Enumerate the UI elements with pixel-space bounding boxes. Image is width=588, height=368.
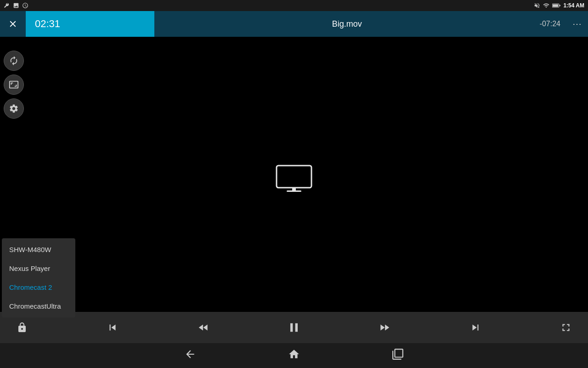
- wifi-icon: [543, 2, 549, 9]
- lock-button[interactable]: [11, 316, 33, 339]
- header: 02:31 Big.mov -07:24 ⋯: [0, 11, 588, 37]
- recents-button[interactable]: [392, 348, 404, 363]
- rotate-button[interactable]: [4, 51, 24, 71]
- controls-bar: [0, 312, 588, 343]
- image-icon: [13, 2, 19, 9]
- svg-rect-4: [292, 188, 296, 190]
- muted-icon: [534, 2, 540, 9]
- back-button[interactable]: [184, 348, 196, 363]
- monitor-icon: [276, 165, 312, 194]
- nav-bar: [0, 343, 588, 368]
- fast-forward-button[interactable]: [373, 316, 396, 339]
- left-controls: [4, 51, 24, 119]
- rewind-button[interactable]: [192, 316, 215, 339]
- close-button[interactable]: [0, 11, 26, 37]
- current-time-display: 02:31: [26, 11, 154, 37]
- video-area: [0, 37, 588, 322]
- device-list-popup: SHW-M480W Nexus Player Chromecast 2 Chro…: [2, 238, 75, 317]
- svg-rect-3: [277, 166, 311, 188]
- status-time: 1:54 AM: [563, 2, 584, 9]
- current-time: 02:31: [35, 18, 60, 30]
- status-right-icons: 1:54 AM: [534, 2, 584, 9]
- skip-to-end-button[interactable]: [464, 316, 486, 339]
- remaining-time: -07:24: [540, 20, 566, 28]
- device-item-chromecast2[interactable]: Chromecast 2: [2, 278, 75, 297]
- svg-rect-2: [560, 5, 560, 6]
- device-item-nexus[interactable]: Nexus Player: [2, 259, 75, 278]
- fullscreen-button[interactable]: [555, 316, 577, 339]
- home-button[interactable]: [288, 348, 300, 363]
- battery-icon: [552, 3, 560, 8]
- svg-rect-1: [553, 4, 559, 6]
- svg-rect-5: [287, 190, 301, 192]
- pause-button[interactable]: [283, 316, 305, 339]
- status-left-icons: [4, 2, 28, 9]
- filename-label: Big.mov: [154, 19, 540, 29]
- wrench-icon: [4, 2, 10, 9]
- device-item-shw[interactable]: SHW-M480W: [2, 240, 75, 259]
- settings-button[interactable]: [4, 98, 24, 119]
- aspect-ratio-button[interactable]: [4, 75, 24, 95]
- skip-to-start-button[interactable]: [102, 316, 124, 339]
- more-options-button[interactable]: ⋯: [566, 11, 588, 37]
- device-item-ccUltra[interactable]: ChromecastUltra: [2, 297, 75, 316]
- clock-icon: [22, 2, 28, 9]
- status-bar: 1:54 AM: [0, 0, 588, 11]
